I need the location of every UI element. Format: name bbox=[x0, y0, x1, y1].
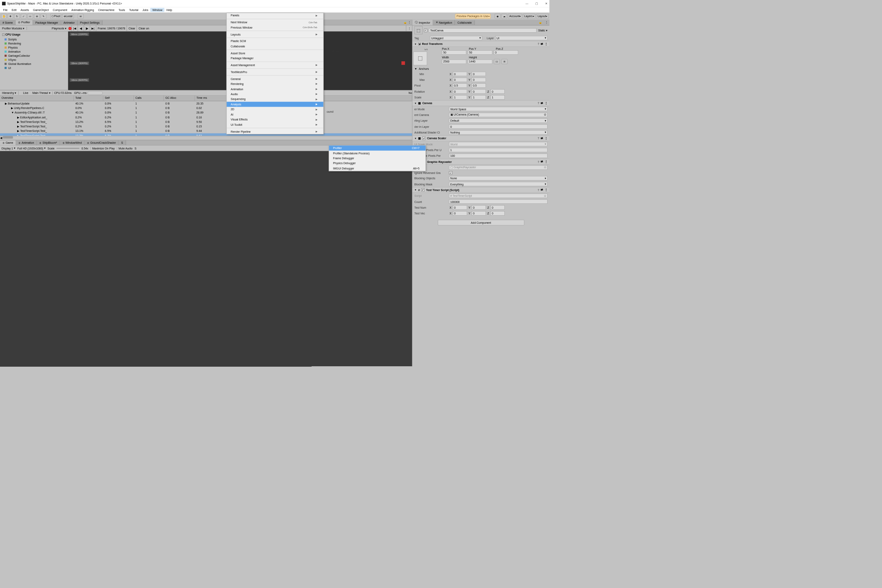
hierarchy-item-partial[interactable]: edEdge bbox=[330, 49, 340, 53]
profiler-row[interactable]: ▶ Unity.RenderPipelines.C0.0%0.0%10 B0.0… bbox=[0, 106, 412, 110]
anchor-max-x[interactable] bbox=[453, 78, 467, 82]
profiler-row[interactable]: ▶ TestTimerScript.Test_13.1%6.5%10 B9.44 bbox=[0, 129, 412, 133]
pivot-x[interactable] bbox=[453, 83, 467, 88]
close-button[interactable]: ✕ bbox=[545, 2, 548, 5]
menu-item-render-pipeline[interactable]: Render Pipeline ▶ bbox=[227, 129, 323, 134]
testvec-x[interactable] bbox=[453, 211, 467, 216]
graphic-raycaster-header[interactable]: ▼▢✓Graphic Raycaster?⇄⋮ bbox=[412, 159, 550, 165]
raw-edit-button[interactable]: R bbox=[501, 59, 508, 64]
bottom-tab-s[interactable]: S bbox=[119, 140, 126, 145]
count-input[interactable] bbox=[449, 199, 548, 204]
pivot-toggle[interactable]: ⬡ Pivot bbox=[50, 13, 61, 18]
anchors-label[interactable]: Anchors bbox=[419, 67, 429, 70]
menu-item-plastic-scm[interactable]: Plastic SCM bbox=[227, 39, 323, 44]
minimize-button[interactable]: — bbox=[526, 2, 528, 5]
add-component-button[interactable]: Add Component bbox=[438, 220, 524, 225]
cpu-module-global illumination[interactable]: Global Illumination bbox=[0, 62, 68, 66]
rect-transform-header[interactable]: ▼⇲ Rect Transform ?⇄⋮ bbox=[412, 41, 550, 47]
anchor-max-y[interactable] bbox=[472, 78, 486, 82]
menu-help[interactable]: Help bbox=[165, 8, 174, 12]
col-overview[interactable]: Overview bbox=[0, 96, 74, 101]
frame-next-button[interactable]: |▶ bbox=[84, 25, 90, 31]
pivot-y[interactable] bbox=[472, 83, 486, 88]
menu-tutorial[interactable]: Tutorial bbox=[127, 8, 140, 12]
frame-first-button[interactable]: |◀ bbox=[71, 25, 78, 31]
cpu-module-animation[interactable]: Animation bbox=[0, 49, 68, 53]
menu-edit[interactable]: Edit bbox=[10, 8, 19, 12]
menu-item-asset-management[interactable]: Asset Management ▶ bbox=[227, 62, 323, 67]
live-button[interactable]: Live bbox=[21, 91, 31, 94]
hierarchy-item-partial2[interactable]: ound bbox=[327, 110, 334, 114]
display-dropdown[interactable]: Display 1 ▾ bbox=[2, 147, 16, 150]
submenu-item-frame-debugger[interactable]: Frame Debugger bbox=[329, 156, 426, 160]
custom-tool-button[interactable]: ✎ bbox=[41, 13, 47, 18]
posz-input[interactable] bbox=[494, 50, 518, 55]
testnum-y[interactable] bbox=[472, 205, 486, 210]
submenu-item-imgui-debugger[interactable]: IMGUI DebuggerAlt+5 bbox=[329, 166, 426, 171]
bottom-tab-game[interactable]: ◈ Game bbox=[0, 140, 16, 145]
menu-component[interactable]: Component bbox=[51, 8, 69, 12]
tab-collaborate[interactable]: Collaborate bbox=[455, 20, 474, 25]
testnum-x[interactable] bbox=[453, 205, 467, 210]
frame-prev-button[interactable]: ◀| bbox=[78, 25, 84, 31]
inspector-lock-icon[interactable]: 🔒 bbox=[537, 21, 543, 24]
cpu-module-physics[interactable]: Physics bbox=[0, 46, 68, 50]
rect-tool-button[interactable]: ▭ bbox=[27, 13, 33, 18]
h-scrollbar[interactable]: ◀ bbox=[0, 136, 412, 140]
move-tool-button[interactable]: ✥ bbox=[8, 13, 13, 18]
col-self[interactable]: Self bbox=[103, 96, 134, 101]
profiler-row[interactable]: ▶ TestTimerScript.Test_13.2%6.5%10 B9.50 bbox=[0, 120, 412, 124]
menu-cinemachine[interactable]: Cinemachine bbox=[96, 8, 116, 12]
cpu-module-vsync[interactable]: VSync bbox=[0, 58, 68, 62]
cloud-button[interactable]: ☁ bbox=[501, 13, 507, 18]
menu-item-ui-toolkit[interactable]: UI Toolkit ▶ bbox=[227, 122, 323, 127]
menu-item-next-window[interactable]: Next WindowCtrl+Tab bbox=[227, 20, 323, 25]
anchor-min-x[interactable] bbox=[453, 72, 467, 76]
profiler-search-input[interactable] bbox=[88, 91, 103, 95]
testnum-z[interactable] bbox=[490, 205, 505, 210]
bottom-tab-groundcrackshader[interactable]: ◈ GroundCrackShader bbox=[85, 140, 118, 145]
ignore-reversed-checkbox[interactable]: ✓ bbox=[449, 171, 452, 174]
canvas-header[interactable]: ▼▦Canvas?⇄⋮ bbox=[412, 100, 550, 106]
submenu-item-physics-debugger[interactable]: Physics Debugger bbox=[329, 161, 426, 166]
scale-x[interactable] bbox=[453, 95, 467, 100]
dynamic-px-input[interactable] bbox=[449, 148, 548, 152]
rot-x[interactable] bbox=[453, 89, 467, 94]
col-total[interactable]: Total bbox=[74, 96, 103, 101]
menu-item-sequencing[interactable]: Sequencing ▶ bbox=[227, 97, 323, 102]
menu-tools[interactable]: Tools bbox=[116, 8, 127, 12]
menu-item-textmeshpro[interactable]: TextMeshPro ▶ bbox=[227, 69, 323, 74]
layout-dropdown[interactable]: Layout ▾ bbox=[536, 13, 548, 18]
tab-packagemanager[interactable]: Package Manager bbox=[33, 20, 61, 25]
posx-input[interactable] bbox=[442, 50, 466, 55]
thread-dropdown[interactable]: Main Thread ▾ bbox=[30, 91, 53, 94]
panel-options-icon[interactable]: 🔒 ⋮ bbox=[402, 21, 412, 24]
scale-z[interactable] bbox=[490, 95, 505, 100]
anchor-preset-button[interactable] bbox=[413, 51, 427, 65]
menu-item-layouts[interactable]: Layouts ▶ bbox=[227, 32, 323, 37]
resolution-dropdown[interactable]: Full HD (1920x1080) ▾ bbox=[18, 147, 46, 150]
scale-slider[interactable] bbox=[56, 148, 79, 149]
height-input[interactable] bbox=[468, 59, 492, 64]
col-gcalloc[interactable]: GC Alloc bbox=[164, 96, 195, 101]
frame-last-button[interactable]: ▶| bbox=[90, 25, 96, 31]
hierarchy-dropdown[interactable]: Hierarchy ▾ bbox=[0, 91, 19, 94]
tab-projectsettings[interactable]: Project Settings bbox=[78, 20, 102, 25]
snap-button[interactable]: ⊞ bbox=[78, 13, 83, 18]
test-timer-header[interactable]: ▼#✓Test Timer Script (Script)?⇄⋮ bbox=[412, 187, 550, 193]
cpu-module-ui[interactable]: UI bbox=[0, 66, 68, 70]
rot-z[interactable] bbox=[490, 89, 505, 94]
clear-button[interactable]: Clear bbox=[127, 25, 136, 31]
bottom-tab-animation[interactable]: ◈ Animation bbox=[16, 140, 37, 145]
testvec-y[interactable] bbox=[472, 211, 486, 216]
record-button[interactable] bbox=[69, 27, 71, 30]
bottom-tab-windowwind[interactable]: ◈ WindowWind bbox=[60, 140, 85, 145]
shader-channel-dropdown[interactable]: Nothing▾ bbox=[449, 130, 548, 135]
menu-item-animation[interactable]: Animation ▶ bbox=[227, 87, 323, 91]
col-calls[interactable]: Calls bbox=[134, 96, 164, 101]
tab-profiler[interactable]: ⊙ Profiler bbox=[16, 20, 33, 25]
static-dropdown[interactable]: Static ▾ bbox=[538, 29, 548, 32]
stats-toggle[interactable]: S bbox=[134, 147, 136, 149]
maximize-toggle[interactable]: Maximize On Play bbox=[90, 147, 115, 149]
menu-item-previous-window[interactable]: Previous WindowCtrl+Shift+Tab bbox=[227, 25, 323, 30]
